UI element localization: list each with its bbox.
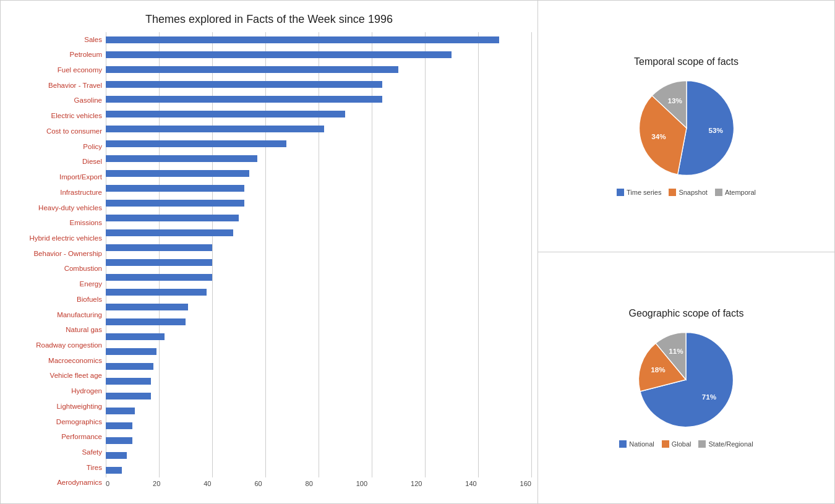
bar-row xyxy=(106,391,531,400)
bar xyxy=(106,452,127,459)
bar-row xyxy=(106,362,531,370)
bar-row xyxy=(106,258,531,267)
bar-row xyxy=(106,80,531,88)
x-axis-label: 120 xyxy=(411,480,422,491)
temporal-pie-chart: 53%34%13% xyxy=(631,72,742,184)
geographic-legend: NationalGlobalState/Regional xyxy=(619,440,753,448)
bar-label: Electric vehicles xyxy=(7,113,102,120)
legend-item: Atemporal xyxy=(715,189,756,196)
temporal-pie-container: 53%34%13% Time seriesSnapshotAtemporal xyxy=(617,72,756,196)
x-axis-label: 140 xyxy=(465,480,476,491)
legend-color-box xyxy=(715,189,722,196)
bar-row xyxy=(106,95,531,103)
bar-row xyxy=(106,421,531,430)
bar xyxy=(106,318,186,325)
bar xyxy=(106,36,499,43)
bar-label: Lightweighting xyxy=(7,403,102,411)
x-axis-label: 60 xyxy=(254,480,262,491)
x-axis-label: 80 xyxy=(306,480,313,491)
pie-label: 34% xyxy=(651,132,666,140)
bar-chart-area: SalesPetroleumFuel economyBehavior - Tra… xyxy=(7,32,531,491)
x-axis-label: 20 xyxy=(153,480,160,491)
temporal-legend: Time seriesSnapshotAtemporal xyxy=(617,189,756,196)
bar-label: Performance xyxy=(7,434,102,441)
bar-label: Demographics xyxy=(7,419,102,426)
bar-row xyxy=(106,288,531,296)
bar-row xyxy=(106,466,531,474)
bar xyxy=(106,200,244,207)
legend-label: Atemporal xyxy=(725,189,756,196)
bar-row xyxy=(106,35,531,44)
bar xyxy=(106,111,345,117)
bar xyxy=(106,437,132,444)
bar xyxy=(106,363,153,370)
bar-labels: SalesPetroleumFuel economyBehavior - Tra… xyxy=(7,32,106,491)
bar-label: Import/Export xyxy=(7,174,102,181)
bar xyxy=(106,274,212,281)
bar xyxy=(106,81,382,88)
bar-label: Safety xyxy=(7,449,102,456)
legend-color-box xyxy=(698,440,706,448)
geographic-pie-chart: 71%18%11% xyxy=(630,324,742,435)
legend-item: Time series xyxy=(617,189,661,196)
bar-chart-panel: Themes explored in Facts of the Week sin… xyxy=(0,0,538,504)
legend-color-box xyxy=(662,440,669,448)
gridline xyxy=(531,32,532,477)
bar-label: Aerodynamics xyxy=(7,479,102,487)
bar-label: Hybrid electric vehicles xyxy=(7,235,102,242)
legend-item: State/Regional xyxy=(698,440,753,448)
bar-label: Sales xyxy=(7,36,102,44)
pie-label: 11% xyxy=(669,347,684,355)
bar xyxy=(106,304,188,310)
temporal-pie-section: Temporal scope of facts 53%34%13% Time s… xyxy=(538,1,834,252)
geographic-pie-section: Geographic scope of facts 71%18%11% Nati… xyxy=(538,252,834,503)
bar-chart-title: Themes explored in Facts of the Week sin… xyxy=(7,13,531,26)
bar xyxy=(106,170,249,177)
bar-label: Behavior - Ownership xyxy=(7,250,102,258)
bar-label: Policy xyxy=(7,143,102,151)
bar xyxy=(106,229,233,236)
legend-item: Snapshot xyxy=(669,189,707,196)
bar xyxy=(106,333,165,340)
bar-row xyxy=(106,213,531,222)
bar xyxy=(106,140,286,147)
bar-label: Infrastructure xyxy=(7,189,102,197)
bar-label: Gasoline xyxy=(7,97,102,105)
pie-label: 13% xyxy=(667,96,682,105)
bar-row xyxy=(106,273,531,281)
bar-row xyxy=(106,377,531,385)
pie-label: 71% xyxy=(702,393,717,401)
bar xyxy=(106,422,132,429)
bar xyxy=(106,408,135,414)
bar xyxy=(106,96,382,103)
legend-item: National xyxy=(619,440,654,448)
legend-label: Time series xyxy=(627,189,661,196)
bar-row xyxy=(106,332,531,341)
bar-row xyxy=(106,109,531,118)
geographic-pie-title: Geographic scope of facts xyxy=(629,308,744,319)
bar-label: Diesel xyxy=(7,158,102,166)
bar-row xyxy=(106,199,531,207)
geographic-pie-container: 71%18%11% NationalGlobalState/Regional xyxy=(619,324,753,448)
x-axis-label: 0 xyxy=(106,480,109,491)
x-axis-label: 160 xyxy=(520,480,531,491)
bar-row xyxy=(106,139,531,148)
bar xyxy=(106,215,239,221)
bar-label: Cost to consumer xyxy=(7,128,102,135)
legend-color-box xyxy=(619,440,627,448)
legend-color-box xyxy=(669,189,676,196)
x-axis-label: 100 xyxy=(356,480,367,491)
right-panel: Temporal scope of facts 53%34%13% Time s… xyxy=(538,0,835,504)
bar-row xyxy=(106,436,531,445)
bar-label: Behavior - Travel xyxy=(7,82,102,90)
bar-row xyxy=(106,228,531,237)
bar xyxy=(106,289,207,296)
x-axis-label: 40 xyxy=(203,480,211,491)
bar-label: Energy xyxy=(7,281,102,288)
temporal-pie-title: Temporal scope of facts xyxy=(634,56,739,67)
pie-label: 18% xyxy=(651,365,666,374)
bar-row xyxy=(106,50,531,59)
bar xyxy=(106,259,212,266)
bar-label: Natural gas xyxy=(7,327,102,334)
legend-label: National xyxy=(629,440,654,448)
